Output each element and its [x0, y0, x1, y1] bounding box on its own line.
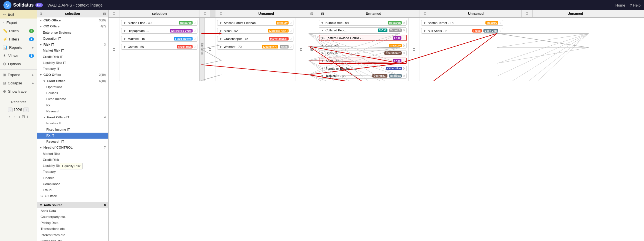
tree-item-label: Equities IT	[46, 121, 62, 126]
node-african-forest[interactable]: ▼ African Forest Elephan... Treasury 0	[217, 20, 293, 26]
node-goat[interactable]: ▼ Goat - 49 Treasury 0	[319, 43, 407, 48]
col-header-selection: selection	[119, 10, 199, 17]
node-tropicbird[interactable]: ▼ Tropicbird - 45 Operatio... Book Da 0	[319, 73, 407, 79]
sidebar-item-collapse[interactable]: ⊟ Collapse ▶	[0, 79, 37, 87]
auth-counterparty[interactable]: Counterparty etc.	[37, 214, 108, 220]
views-badge: 1	[29, 54, 34, 58]
tree-fixed-income[interactable]: Fixed Income	[37, 96, 108, 102]
auth-currencies[interactable]: Currencies etc	[37, 238, 108, 241]
node-collared-pecc[interactable]: ▼ Collared Pecc... CIO O Virtual C 0	[319, 27, 407, 33]
node-snail[interactable]: ▼ Snail - 77 FX IT 0	[319, 58, 407, 64]
sidebar-item-expand[interactable]: ⊞ Expand ▶	[0, 71, 37, 79]
node-bison[interactable]: ▼ Bison - 92 Liquidity Risk I 0	[217, 28, 293, 34]
node-bull-shark[interactable]: ▼ Bull Shark - 9 Fraud Book Data 0	[421, 28, 503, 34]
node-boston-terrier[interactable]: ▼ Boston Terrier - 13 Treasury 0	[421, 20, 503, 26]
zoom-out-btn[interactable]: -	[8, 108, 13, 112]
node-grasshopper[interactable]: ▼ Grasshopper - 78 Market Risk IT 0	[217, 36, 293, 42]
tree-market-risk-it[interactable]: Market Risk IT	[37, 48, 108, 54]
tree-liquidity-risk[interactable]: Liquidity Risk Liquidity Risk	[37, 163, 108, 169]
node-bumble-bee[interactable]: ▼ Bumble Bee - 94 Research 0	[319, 20, 407, 26]
help-link[interactable]: ? Help	[630, 3, 641, 7]
auth-pricing[interactable]: Pricing Data	[37, 220, 108, 226]
tree-head-control[interactable]: ▼ Head of CONTROL 7	[37, 145, 108, 151]
node-label: Bull Shark - 9	[428, 29, 471, 33]
tree-ceo-office[interactable]: ▼ CEO Office 3(29)	[37, 17, 108, 23]
sidebar-item-rules[interactable]: 📏 Rules 6	[0, 27, 37, 35]
tree-front-office-it[interactable]: ▼ Front Office IT 4	[37, 114, 108, 120]
pan-left-btn[interactable]: ←	[8, 114, 12, 119]
col3-expand-left[interactable]: ⊡	[295, 18, 306, 81]
col1-expand[interactable]: ⊡	[109, 18, 119, 81]
auth-panel-header[interactable]: ▼ Auth Source 8	[37, 202, 108, 208]
pan-right-btn[interactable]: ↕	[19, 114, 21, 119]
node-wombat[interactable]: ▼ Wombat - 70 Liquidity Ri Unkn 0	[217, 44, 293, 50]
tree-risk-it[interactable]: ▼ Risk IT 3	[37, 42, 108, 48]
tree-cto-office[interactable]: CTO Office	[37, 193, 108, 199]
col-header-expand-u5[interactable]: ⊡	[419, 10, 430, 17]
zoom-in-btn[interactable]: +	[23, 108, 29, 112]
reset-btn[interactable]: +	[26, 114, 29, 119]
auth-book-data[interactable]: Book Data	[37, 208, 108, 214]
tree-cio-office[interactable]: ▼ CIO Office 4(7)	[37, 23, 108, 29]
sidebar-item-edit[interactable]: ✏ Edit	[0, 10, 37, 19]
node-sumatran-elephant[interactable]: ▼ Sumatran Elephant -... CEO Office 0	[319, 66, 407, 71]
auth-transactions[interactable]: Transactions etc.	[37, 226, 108, 232]
col3-expand-right[interactable]: ⊡	[306, 18, 317, 81]
tree-operation-it[interactable]: Operation IT	[37, 36, 108, 42]
col-header-expand-u4[interactable]: ⊡	[317, 10, 328, 17]
tree-fixed-income-it[interactable]: Fixed Income IT	[37, 127, 108, 133]
canvas-area[interactable]: ⊡ selection ⊡ ⊡ Unnamed ⊡ ⊡ Unnamed ⊡ Un…	[109, 10, 644, 241]
pan-up-btn[interactable]: ↔	[13, 114, 17, 119]
node-ostrich[interactable]: ▼ Ostrich - 56 Credit Risk 0	[121, 44, 197, 50]
col2-expand[interactable]: ⊡	[205, 18, 215, 81]
tree-fraud[interactable]: Fraud	[37, 187, 108, 193]
auth-interest[interactable]: Interest rates etc	[37, 232, 108, 238]
tree-compliance[interactable]: Compliance	[37, 181, 108, 187]
col-header-expand-u6[interactable]: ⊡	[522, 10, 533, 17]
svg-line-35	[497, 33, 589, 48]
home-link[interactable]: Home	[615, 3, 625, 7]
logo-icon: S	[3, 1, 11, 9]
recenter-button[interactable]: Recenter	[0, 98, 37, 106]
panel-expand-icon[interactable]: ⊡	[39, 12, 42, 16]
sidebar-item-filters[interactable]: ⚡ Filters 4	[0, 35, 37, 43]
col-header-expand-u1[interactable]: ⊡	[199, 10, 210, 17]
tree-operations[interactable]: Operations	[37, 84, 108, 90]
tree-coo-office[interactable]: ▼ COO Office 2(19)	[37, 72, 108, 78]
col4-expand[interactable]: ⊡	[409, 18, 419, 81]
tree-liquidity-risk-it[interactable]: Liquidity Risk IT	[37, 60, 108, 66]
fit-btn[interactable]: ⊡	[22, 114, 25, 119]
node-liger[interactable]: ▼ Liger - 37 Operation IT 0	[319, 50, 407, 56]
tree-treasury-it[interactable]: Treasury IT	[37, 66, 108, 72]
tree-finance[interactable]: Finance	[37, 175, 108, 181]
sidebar-item-views[interactable]: 👁 Views 1	[0, 52, 37, 60]
tree-equities[interactable]: Equities	[37, 90, 108, 96]
sidebar-item-options[interactable]: ⚙ Options	[0, 60, 37, 68]
node-hippopotamus[interactable]: ▼ Hippopotamu... Enterprise Syste 0	[121, 28, 197, 34]
col-header-unnamed-1: Unnamed	[226, 10, 306, 17]
node-maltese[interactable]: ▼ Maltese - 16 Fixed Income 0	[121, 36, 197, 42]
tree-credit-risk-it[interactable]: Credit Risk IT	[37, 54, 108, 60]
tree-fx[interactable]: FX	[37, 102, 108, 108]
node-tag-treasury-bt: Treasury	[485, 21, 499, 25]
node-bichon-frise[interactable]: ▼ Bichon Frise - 30 Research 0	[121, 20, 197, 26]
tree-credit-risk[interactable]: Credit Risk	[37, 157, 108, 163]
tree-front-office[interactable]: ▼ Front Office 6(10)	[37, 78, 108, 84]
tree-treasury[interactable]: Treasury	[37, 169, 108, 175]
panel-settings-icon[interactable]: ⊡	[103, 12, 106, 16]
tree-enterprise-systems[interactable]: Enterprise Systems	[37, 30, 108, 36]
node-tag-enterprise: Enterprise Syste	[170, 29, 193, 33]
tree-fx-it[interactable]: FX IT	[37, 133, 108, 139]
tree-market-risk[interactable]: Market Risk	[37, 151, 108, 157]
sidebar-item-show-trace[interactable]: ⚙ Show trace	[0, 87, 37, 96]
tree-research-it[interactable]: Research IT	[37, 139, 108, 145]
col-header-expand-u2[interactable]: ⊡	[215, 10, 226, 17]
tree-equities-it[interactable]: Equities IT	[37, 120, 108, 126]
sidebar-item-label: Options	[8, 62, 21, 66]
node-eastern-lowland-gorilla[interactable]: ▼ Eastern Lowland Gorilla - ... FX IT 0	[319, 35, 407, 41]
col-header-expand-sel[interactable]: ⊡	[109, 10, 119, 17]
tree-research[interactable]: Research	[37, 108, 108, 114]
sidebar-item-reports[interactable]: 📊 Reports ▶	[0, 43, 37, 52]
sidebar-item-export[interactable]: ↑ Export	[0, 19, 37, 27]
col-header-expand-u3[interactable]: ⊡	[306, 10, 317, 17]
